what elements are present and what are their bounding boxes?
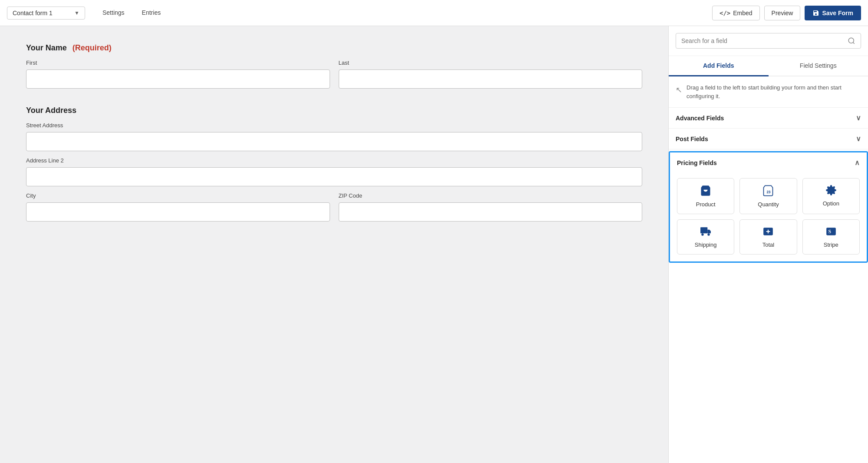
save-button-label: Save Form — [822, 10, 853, 17]
field-card-shipping[interactable]: Shipping — [677, 219, 734, 255]
pricing-fields-header[interactable]: Pricing Fields ∧ — [670, 152, 867, 173]
address2-label: Address Line 2 — [26, 157, 642, 164]
zip-col: ZIP Code — [339, 192, 643, 222]
form-canvas: Your Name (Required) First Last Your Add… — [0, 26, 668, 463]
address-section: Your Address Street Address Address Line… — [26, 106, 642, 222]
field-card-quantity[interactable]: 23 Quantity — [739, 178, 797, 214]
form-selector[interactable]: Contact form 1 ▼ — [7, 7, 85, 20]
embed-button[interactable]: </> Embed — [712, 6, 760, 20]
advanced-fields-label: Advanced Fields — [676, 115, 724, 122]
first-name-input[interactable] — [26, 69, 330, 89]
search-input[interactable] — [681, 37, 844, 44]
drag-hint: ↖ Drag a field to the left to start buil… — [669, 76, 868, 108]
svg-text:23: 23 — [767, 190, 771, 194]
svg-point-6 — [707, 233, 710, 235]
tab-field-settings[interactable]: Field Settings — [769, 56, 868, 76]
chevron-up-icon: ∧ — [855, 159, 860, 167]
search-container — [669, 26, 868, 56]
option-icon — [825, 185, 837, 196]
top-bar: Contact form 1 ▼ Settings Entries </> Em… — [0, 0, 868, 26]
last-name-col: Last — [339, 60, 643, 89]
svg-point-0 — [848, 38, 854, 43]
city-col: City — [26, 192, 330, 222]
svg-text:S: S — [828, 228, 831, 235]
quantity-cart-icon: 23 — [762, 185, 774, 197]
form-selector-label: Contact form 1 — [13, 10, 71, 17]
shipping-icon — [700, 226, 711, 237]
shipping-label: Shipping — [695, 241, 717, 248]
chevron-down-icon: ▼ — [74, 10, 79, 16]
total-label: Total — [762, 241, 774, 248]
name-section: Your Name (Required) First Last — [26, 43, 642, 89]
city-label: City — [26, 192, 330, 199]
field-card-product[interactable]: Product — [677, 178, 734, 214]
last-name-input[interactable] — [339, 69, 643, 89]
right-sidebar: Add Fields Field Settings ↖ Drag a field… — [668, 26, 868, 463]
required-badge: (Required) — [73, 43, 112, 52]
quantity-label: Quantity — [758, 201, 779, 208]
main-layout: Your Name (Required) First Last Your Add… — [0, 26, 868, 463]
svg-line-1 — [853, 42, 854, 43]
field-card-option[interactable]: Option — [802, 178, 860, 214]
svg-point-5 — [701, 233, 703, 235]
city-input[interactable] — [26, 202, 330, 222]
first-name-col: First — [26, 60, 330, 89]
embed-code-icon: </> — [719, 10, 730, 17]
zip-input[interactable] — [339, 202, 643, 222]
option-label: Option — [823, 200, 839, 207]
post-fields-section: Post Fields ∨ — [669, 129, 868, 149]
stripe-icon: S — [825, 226, 837, 237]
advanced-fields-header[interactable]: Advanced Fields ∨ — [669, 108, 868, 128]
name-field-row: First Last — [26, 60, 642, 89]
pricing-fields-section: Pricing Fields ∧ Product 23 Quantity — [669, 151, 868, 263]
product-label: Product — [696, 201, 716, 208]
chevron-down-icon: ∨ — [856, 114, 861, 122]
address2-input[interactable] — [26, 167, 642, 186]
street-label: Street Address — [26, 122, 642, 129]
search-icon — [848, 37, 855, 45]
cursor-icon: ↖ — [676, 84, 682, 96]
city-zip-row: City ZIP Code — [26, 192, 642, 222]
last-name-label: Last — [339, 60, 643, 66]
nav-settings[interactable]: Settings — [94, 1, 133, 25]
search-box — [676, 33, 861, 49]
top-bar-right: </> Embed Preview Save Form — [712, 6, 861, 20]
svg-rect-4 — [700, 227, 707, 233]
post-fields-header[interactable]: Post Fields ∨ — [669, 129, 868, 149]
pricing-fields-grid: Product 23 Quantity Option — [670, 173, 867, 261]
post-fields-label: Post Fields — [676, 136, 708, 142]
first-name-label: First — [26, 60, 330, 66]
save-icon — [812, 10, 819, 17]
address-section-title: Your Address — [26, 106, 642, 115]
product-cart-icon — [700, 185, 712, 197]
stripe-label: Stripe — [824, 241, 838, 248]
tab-add-fields[interactable]: Add Fields — [669, 56, 769, 76]
chevron-down-icon-post: ∨ — [856, 135, 861, 143]
sidebar-tabs: Add Fields Field Settings — [669, 56, 868, 76]
advanced-fields-section: Advanced Fields ∨ — [669, 108, 868, 129]
drag-hint-text: Drag a field to the left to start buildi… — [686, 83, 861, 100]
total-icon — [762, 226, 774, 237]
street-input[interactable] — [26, 132, 642, 151]
field-card-total[interactable]: Total — [739, 219, 797, 255]
pricing-fields-label: Pricing Fields — [677, 159, 717, 166]
field-card-stripe[interactable]: S Stripe — [802, 219, 860, 255]
name-field-label: Your Name (Required) — [26, 43, 642, 53]
save-form-button[interactable]: Save Form — [805, 6, 861, 20]
embed-button-label: Embed — [733, 10, 752, 17]
address2-field: Address Line 2 — [26, 157, 642, 186]
street-field: Street Address — [26, 122, 642, 151]
top-nav: Settings Entries — [94, 1, 169, 25]
nav-entries[interactable]: Entries — [133, 1, 170, 25]
zip-label: ZIP Code — [339, 192, 643, 199]
preview-button[interactable]: Preview — [764, 6, 801, 20]
